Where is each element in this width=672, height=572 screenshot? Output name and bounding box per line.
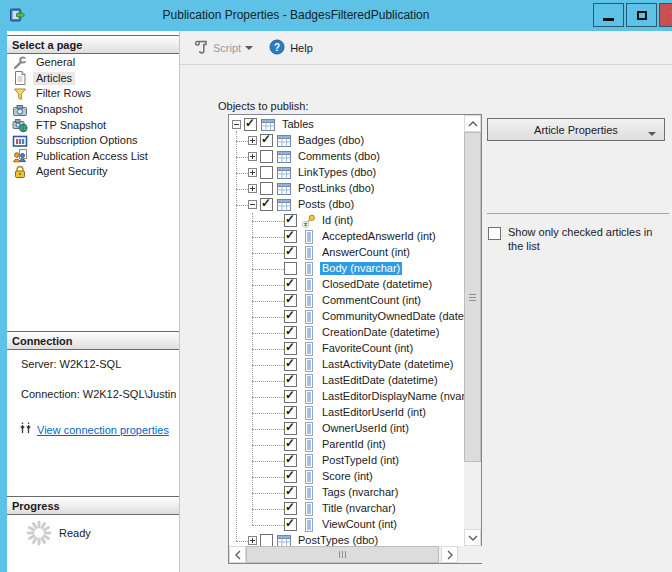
vertical-scroll-thumb[interactable] xyxy=(464,132,481,462)
tree-checkbox[interactable]: ✓ xyxy=(284,438,297,451)
tree-row-body-nvarchar-[interactable]: Body (nvarchar) xyxy=(229,261,464,277)
tree-row-postlinks-dbo-[interactable]: PostLinks (dbo) xyxy=(229,181,464,197)
minimize-button[interactable] xyxy=(593,3,624,27)
tree-connector xyxy=(236,157,248,158)
help-button[interactable]: ? Help xyxy=(269,39,313,57)
sidebar-item-publication-access-list[interactable]: Publication Access List xyxy=(7,149,179,165)
tree-checkbox[interactable]: ✓ xyxy=(244,118,257,131)
expand-expander-icon[interactable] xyxy=(248,536,257,545)
tree-row-tables[interactable]: ✓Tables xyxy=(229,117,464,133)
maximize-icon xyxy=(637,11,647,20)
sidebar-item-subscription-options[interactable]: Subscription Options xyxy=(7,133,179,149)
tree-checkbox[interactable] xyxy=(284,262,297,275)
tree-row-posttypes-dbo-[interactable]: PostTypes (dbo) xyxy=(229,533,464,546)
expand-expander-icon[interactable] xyxy=(248,168,257,177)
tree-checkbox[interactable]: ✓ xyxy=(284,246,297,259)
tree-row-posts-dbo-[interactable]: ✓Posts (dbo) xyxy=(229,197,464,213)
tree-checkbox[interactable]: ✓ xyxy=(284,374,297,387)
expand-expander-icon[interactable] xyxy=(248,136,257,145)
expand-expander-icon[interactable] xyxy=(248,184,257,193)
tree-checkbox[interactable]: ✓ xyxy=(284,342,297,355)
tree-node-label: Tags (nvarchar) xyxy=(320,486,400,499)
scroll-down-button[interactable] xyxy=(464,529,481,546)
sidebar-item-articles[interactable]: Articles xyxy=(7,71,179,87)
script-button[interactable]: Script xyxy=(192,38,253,58)
expand-expander-icon[interactable] xyxy=(248,152,257,161)
tree-checkbox[interactable]: ✓ xyxy=(284,390,297,403)
tree-node-label: CommunityOwnedDate (datetime) xyxy=(320,310,464,323)
tree-checkbox[interactable]: ✓ xyxy=(284,278,297,291)
table-icon xyxy=(276,133,292,149)
tree-checkbox[interactable]: ✓ xyxy=(284,470,297,483)
tree-vertical-scrollbar[interactable] xyxy=(464,115,481,546)
tree-row-tags-nvarchar-[interactable]: ✓Tags (nvarchar) xyxy=(229,485,464,501)
maximize-button[interactable] xyxy=(626,3,657,27)
tree-row-owneruserid-int-[interactable]: ✓OwnerUserId (int) xyxy=(229,421,464,437)
sidebar-item-label: FTP Snapshot xyxy=(33,119,109,132)
tree-checkbox[interactable]: ✓ xyxy=(260,134,273,147)
tree-row-posttypeid-int-[interactable]: ✓PostTypeId (int) xyxy=(229,453,464,469)
close-button[interactable]: ✕ xyxy=(659,3,672,27)
sidebar-item-filter-rows[interactable]: Filter Rows xyxy=(7,86,179,102)
tree-row-lasteditoruserid-int-[interactable]: ✓LastEditorUserId (int) xyxy=(229,405,464,421)
tree-checkbox[interactable] xyxy=(260,166,273,179)
tree-checkbox[interactable]: ✓ xyxy=(260,198,273,211)
tree-checkbox[interactable]: ✓ xyxy=(284,230,297,243)
tree-checkbox[interactable] xyxy=(260,150,273,163)
tree-node-label: Score (int) xyxy=(320,470,375,483)
sidebar-item-ftp-snapshot[interactable]: FTP Snapshot xyxy=(7,117,179,133)
tree-checkbox[interactable]: ✓ xyxy=(284,454,297,467)
tree-checkbox[interactable]: ✓ xyxy=(284,310,297,323)
sidebar-item-agent-security[interactable]: Agent Security xyxy=(7,164,179,180)
tree-row-creationdate-datetime-[interactable]: ✓CreationDate (datetime) xyxy=(229,325,464,341)
tree-connector xyxy=(252,477,284,478)
check-mark-icon: ✓ xyxy=(285,276,295,290)
tree-row-closeddate-datetime-[interactable]: ✓ClosedDate (datetime) xyxy=(229,277,464,293)
tree-checkbox[interactable]: ✓ xyxy=(284,214,297,227)
tree-row-viewcount-int-[interactable]: ✓ViewCount (int) xyxy=(229,517,464,533)
tree-row-lasteditordisplayname-nvarchar-[interactable]: ✓LastEditorDisplayName (nvarchar) xyxy=(229,389,464,405)
tree-row-acceptedanswerid-int-[interactable]: ✓AcceptedAnswerId (int) xyxy=(229,229,464,245)
tree-checkbox[interactable]: ✓ xyxy=(284,502,297,515)
check-mark-icon: ✓ xyxy=(285,356,295,370)
article-properties-button[interactable]: Article Properties xyxy=(487,118,665,141)
tree-checkbox[interactable]: ✓ xyxy=(284,518,297,531)
tree-horizontal-scrollbar[interactable] xyxy=(229,546,660,563)
tree-row-score-int-[interactable]: ✓Score (int) xyxy=(229,469,464,485)
tree-row-title-nvarchar-[interactable]: ✓Title (nvarchar) xyxy=(229,501,464,517)
tree-checkbox[interactable]: ✓ xyxy=(284,406,297,419)
scroll-right-button[interactable] xyxy=(441,546,458,563)
tree-checkbox[interactable]: ✓ xyxy=(284,326,297,339)
scroll-left-button[interactable] xyxy=(229,546,246,563)
tree-checkbox[interactable]: ✓ xyxy=(284,294,297,307)
tree-row-commentcount-int-[interactable]: ✓CommentCount (int) xyxy=(229,293,464,309)
collapse-expander-icon[interactable] xyxy=(248,200,257,209)
tree-row-comments-dbo-[interactable]: Comments (dbo) xyxy=(229,149,464,165)
tree-checkbox[interactable]: ✓ xyxy=(284,358,297,371)
tree-row-id-int-[interactable]: ✓Id (int) xyxy=(229,213,464,229)
tree-checkbox[interactable] xyxy=(260,534,273,546)
horizontal-scroll-thumb[interactable] xyxy=(246,546,439,563)
sidebar-item-general[interactable]: General xyxy=(7,55,179,71)
tree-row-parentid-int-[interactable]: ✓ParentId (int) xyxy=(229,437,464,453)
show-only-checked-checkbox[interactable] xyxy=(488,227,501,240)
tree-row-badges-dbo-[interactable]: ✓Badges (dbo) xyxy=(229,133,464,149)
tree-row-communityowneddate-datetime-[interactable]: ✓CommunityOwnedDate (datetime) xyxy=(229,309,464,325)
server-label: Server: W2K12-SQL xyxy=(21,358,176,370)
tree-row-favoritecount-int-[interactable]: ✓FavoriteCount (int) xyxy=(229,341,464,357)
tree-checkbox[interactable] xyxy=(260,182,273,195)
table-icon xyxy=(260,117,276,133)
key-icon xyxy=(301,213,317,229)
table-icon xyxy=(276,149,292,165)
tree-row-linktypes-dbo-[interactable]: LinkTypes (dbo) xyxy=(229,165,464,181)
main-panel: Script ? Help Objects to publish: ✓Table… xyxy=(180,31,672,572)
collapse-expander-icon[interactable] xyxy=(232,120,241,129)
sidebar-item-snapshot[interactable]: Snapshot xyxy=(7,102,179,118)
tree-row-answercount-int-[interactable]: ✓AnswerCount (int) xyxy=(229,245,464,261)
tree-checkbox[interactable]: ✓ xyxy=(284,422,297,435)
scroll-up-button[interactable] xyxy=(464,115,481,132)
tree-checkbox[interactable]: ✓ xyxy=(284,486,297,499)
tree-row-lastactivitydate-datetime-[interactable]: ✓LastActivityDate (datetime) xyxy=(229,357,464,373)
view-connection-properties-link[interactable]: View connection properties xyxy=(37,424,169,436)
tree-row-lasteditdate-datetime-[interactable]: ✓LastEditDate (datetime) xyxy=(229,373,464,389)
